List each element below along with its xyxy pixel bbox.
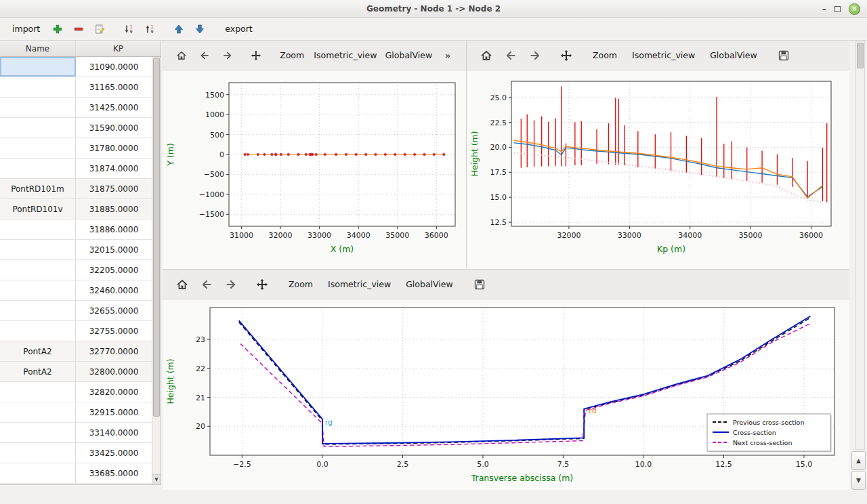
table-row[interactable]: PontRD101m31875.0000 (0, 179, 152, 199)
name-cell[interactable] (0, 382, 76, 402)
kp-cell[interactable]: 31875.0000 (76, 179, 152, 198)
kp-cell[interactable]: 33685.0000 (76, 463, 152, 483)
move-down-button[interactable] (190, 20, 209, 38)
kp-cell[interactable]: 32915.0000 (76, 402, 152, 422)
name-cell[interactable] (0, 402, 76, 422)
global-view-button[interactable]: GlobalView (381, 45, 436, 66)
zoom-button[interactable]: Zoom (274, 45, 310, 66)
column-header-name[interactable]: Name (0, 41, 76, 56)
name-cell[interactable] (0, 98, 76, 117)
table-row[interactable]: 32460.0000 (0, 280, 152, 301)
longitudinal-profile-chart[interactable]: 320003300034000350003600012.515.017.520.… (467, 70, 849, 267)
plan-view-chart[interactable]: 310003200033000340003500036000−1500−1000… (163, 70, 466, 267)
name-cell[interactable] (0, 57, 76, 77)
close-button[interactable]: × (849, 3, 860, 15)
table-row[interactable]: 33425.0000 (0, 443, 152, 463)
home-button[interactable] (171, 45, 192, 66)
name-cell[interactable] (0, 77, 76, 97)
kp-cell[interactable]: 31780.0000 (76, 138, 152, 158)
table-row[interactable]: 31874.0000 (0, 159, 152, 179)
table-scroll-down-button[interactable]: ▼ (152, 474, 161, 484)
table-row[interactable]: 32755.0000 (0, 321, 152, 341)
kp-cell[interactable]: 31590.0000 (76, 118, 152, 138)
cross-section-chart[interactable]: −2.50.02.55.07.510.012.515.020212223rgrd… (163, 299, 848, 489)
kp-cell[interactable]: 31165.0000 (76, 77, 152, 97)
toolbar-overflow-button[interactable]: » (438, 45, 458, 66)
pan-button[interactable] (245, 45, 267, 66)
name-cell[interactable] (0, 240, 76, 259)
scroll-up-button[interactable]: ▲ (851, 451, 866, 470)
home-button[interactable] (475, 45, 498, 66)
kp-cell[interactable]: 31885.0000 (76, 199, 152, 219)
isometric-view-button[interactable]: Isometric_view (625, 45, 702, 66)
export-button[interactable]: export (219, 22, 258, 36)
kp-cell[interactable]: 31425.0000 (76, 98, 152, 117)
name-cell[interactable] (0, 301, 76, 320)
table-row[interactable]: 31886.0000 (0, 219, 152, 240)
kp-cell[interactable]: 32460.0000 (76, 280, 152, 300)
global-view-button[interactable]: GlobalView (703, 45, 764, 66)
table-row[interactable]: 31090.0000 (0, 57, 152, 77)
kp-cell[interactable]: 32655.0000 (76, 301, 152, 320)
back-button[interactable] (194, 45, 215, 66)
table-row[interactable]: 32820.0000 (0, 382, 152, 402)
remove-button[interactable] (69, 20, 87, 38)
kp-cell[interactable]: 32820.0000 (76, 382, 152, 402)
sort-descending-button[interactable]: 19 (119, 20, 138, 38)
add-button[interactable] (48, 20, 66, 38)
zoom-button[interactable]: Zoom (586, 45, 624, 66)
name-cell[interactable] (0, 321, 76, 341)
kp-cell[interactable]: 31886.0000 (76, 219, 152, 239)
minimize-button[interactable]: – (822, 5, 827, 14)
window-scrollbar[interactable] (855, 41, 865, 450)
kp-cell[interactable]: 32770.0000 (76, 341, 152, 361)
name-cell[interactable] (0, 423, 76, 442)
name-cell[interactable] (0, 138, 76, 158)
name-cell[interactable] (0, 159, 76, 178)
save-button[interactable] (468, 274, 491, 295)
table-row[interactable]: 31165.0000 (0, 77, 152, 98)
name-cell[interactable]: PontA2 (0, 341, 76, 361)
table-row[interactable]: 31425.0000 (0, 98, 152, 118)
move-up-button[interactable] (169, 20, 188, 38)
back-button[interactable] (499, 45, 522, 66)
kp-cell[interactable]: 31090.0000 (76, 57, 152, 77)
back-button[interactable] (195, 274, 218, 295)
name-cell[interactable] (0, 443, 76, 463)
window-scrollbar-thumb[interactable] (857, 43, 864, 68)
save-button[interactable] (772, 45, 795, 66)
name-cell[interactable] (0, 463, 76, 483)
name-cell[interactable] (0, 118, 76, 138)
forward-button[interactable] (217, 45, 238, 66)
name-cell[interactable] (0, 280, 76, 300)
name-cell[interactable]: PontRD101v (0, 199, 76, 219)
kp-cell[interactable]: 32800.0000 (76, 362, 152, 381)
table-row[interactable]: 32205.0000 (0, 260, 152, 280)
forward-button[interactable] (219, 274, 242, 295)
kp-cell[interactable]: 32015.0000 (76, 240, 152, 259)
table-scrollbar-thumb[interactable] (153, 58, 160, 417)
zoom-button[interactable]: Zoom (282, 274, 320, 295)
name-cell[interactable] (0, 260, 76, 280)
kp-cell[interactable]: 33425.0000 (76, 443, 152, 463)
titlebar[interactable]: Geometry - Node 1 -> Node 2 – × (0, 0, 867, 18)
table-row[interactable]: PontA232770.0000 (0, 341, 152, 362)
table-scrollbar[interactable]: ▼ (152, 57, 161, 484)
maximize-button[interactable] (834, 5, 841, 14)
pan-button[interactable] (555, 45, 578, 66)
name-cell[interactable]: PontA2 (0, 362, 76, 381)
isometric-view-button[interactable]: Isometric_view (311, 45, 380, 66)
edit-button[interactable] (90, 20, 108, 38)
isometric-view-button[interactable]: Isometric_view (321, 274, 398, 295)
table-row[interactable]: PontA232800.0000 (0, 362, 152, 382)
forward-button[interactable] (524, 45, 547, 66)
table-row[interactable]: 31780.0000 (0, 138, 152, 159)
kp-cell[interactable]: 33140.0000 (76, 423, 152, 442)
kp-cell[interactable]: 32205.0000 (76, 260, 152, 280)
home-button[interactable] (171, 274, 194, 295)
name-cell[interactable]: PontRD101m (0, 179, 76, 198)
table-row[interactable]: 33685.0000 (0, 463, 152, 484)
table-row[interactable]: 32015.0000 (0, 240, 152, 260)
column-header-kp[interactable]: KP (76, 41, 161, 56)
table-row[interactable]: 31590.0000 (0, 118, 152, 138)
